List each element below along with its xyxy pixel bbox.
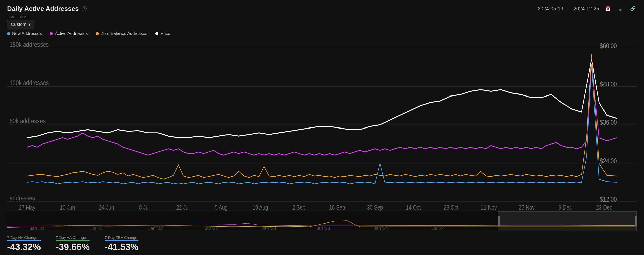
svg-text:27 May: 27 May	[19, 204, 35, 211]
svg-text:11 Nov: 11 Nov	[481, 204, 497, 211]
svg-text:2 Sep: 2 Sep	[292, 204, 305, 211]
link-icon[interactable]: 🔗	[629, 5, 637, 13]
main-chart-area: 180k addresses 120k addresses 60k addres…	[7, 39, 637, 211]
svg-text:$12.00: $12.00	[600, 195, 617, 203]
svg-text:9 Dec: 9 Dec	[558, 204, 572, 211]
main-chart-svg: 180k addresses 120k addresses 60k addres…	[7, 39, 637, 211]
stats-row: 7-Day NA Change -43.32% 7-Day AA Change …	[7, 235, 637, 252]
date-end: 2024-12-25	[574, 6, 599, 12]
header-right: 2024-05-19 — 2024-12-25 📅 ⭳ 🔗	[538, 5, 637, 13]
legend-label-price: Price	[160, 31, 170, 36]
svg-text:30 Sep: 30 Sep	[367, 204, 383, 211]
date-separator: —	[566, 6, 571, 12]
mini-handle-right[interactable]	[635, 216, 637, 226]
stat-zba-underline	[105, 240, 138, 241]
svg-text:Jan '24: Jan '24	[374, 226, 388, 231]
svg-text:Jul '24: Jul '24	[431, 226, 445, 231]
legend-new-addresses[interactable]: New Addresses	[7, 31, 42, 36]
date-start: 2024-05-19	[538, 6, 563, 12]
legend-zero-balance[interactable]: Zero Balance Addresses	[96, 31, 147, 36]
stat-na-underline	[7, 240, 41, 241]
info-icon[interactable]: ?	[82, 6, 87, 11]
legend-label-new: New Addresses	[12, 31, 42, 36]
date-range: 2024-05-19 — 2024-12-25	[538, 6, 599, 12]
mini-selection[interactable]	[498, 211, 637, 231]
svg-text:$24.00: $24.00	[600, 157, 617, 165]
svg-text:$60.00: $60.00	[600, 42, 617, 50]
svg-text:$36.00: $36.00	[600, 118, 617, 126]
mini-chart-svg: Jan '21 Jul '21 Jan '22 Jul '22 Jan '23 …	[7, 211, 637, 231]
stat-zba-value: -41.53%	[105, 242, 138, 252]
stat-zba-label: 7-Day ZBA Change	[105, 235, 138, 240]
svg-text:28 Oct: 28 Oct	[444, 204, 459, 211]
svg-text:25 Nov: 25 Nov	[519, 204, 535, 211]
timeframe-button[interactable]: Custom ▾	[7, 20, 34, 29]
stat-aa-value: -39.66%	[56, 242, 90, 252]
stat-na-value: -43.32%	[7, 242, 41, 252]
stat-aa-label: 7-Day AA Change	[56, 235, 90, 240]
legend-active-addresses[interactable]: Active Addresses	[50, 31, 88, 36]
svg-text:10 Jun: 10 Jun	[60, 204, 75, 211]
calendar-icon[interactable]: 📅	[604, 5, 612, 13]
stat-aa-change: 7-Day AA Change -39.66%	[56, 235, 90, 252]
svg-text:8 Jul: 8 Jul	[139, 204, 150, 211]
legend-price[interactable]: Price	[155, 31, 170, 36]
legend-label-active: Active Addresses	[55, 31, 88, 36]
timeframe-value: Custom	[11, 22, 26, 27]
svg-text:22 Jul: 22 Jul	[176, 204, 189, 211]
stat-zba-change: 7-Day ZBA Change -41.53%	[105, 235, 138, 252]
svg-text:16 Sep: 16 Sep	[329, 204, 345, 211]
legend: New Addresses Active Addresses Zero Bala…	[7, 31, 637, 36]
svg-text:Jul '21: Jul '21	[90, 226, 103, 231]
svg-text:addresses: addresses	[10, 194, 35, 202]
svg-text:23 Dec: 23 Dec	[596, 204, 612, 211]
chevron-down-icon: ▾	[28, 22, 31, 27]
svg-text:Jul '23: Jul '23	[317, 226, 330, 231]
timeframe-label: TIME FRAME	[7, 15, 637, 19]
mini-handle-left[interactable]	[498, 216, 500, 226]
svg-text:Jan '21: Jan '21	[30, 226, 45, 231]
svg-text:5 Aug: 5 Aug	[215, 204, 228, 211]
download-icon[interactable]: ⭳	[616, 5, 624, 13]
svg-text:180k addresses: 180k addresses	[10, 40, 49, 48]
legend-label-zero: Zero Balance Addresses	[101, 31, 147, 36]
svg-text:120k addresses: 120k addresses	[10, 79, 49, 87]
svg-text:24 Jun: 24 Jun	[99, 204, 114, 211]
stat-na-change: 7-Day NA Change -43.32%	[7, 235, 41, 252]
svg-text:Jul '22: Jul '22	[205, 226, 218, 231]
svg-text:60k addresses: 60k addresses	[10, 117, 46, 125]
svg-text:Jan '23: Jan '23	[262, 226, 276, 231]
mini-chart-area[interactable]: Jan '21 Jul '21 Jan '22 Jul '22 Jan '23 …	[7, 211, 637, 231]
svg-text:$48.00: $48.00	[600, 80, 617, 88]
svg-text:19 Aug: 19 Aug	[252, 204, 268, 211]
stat-na-label: 7-Day NA Change	[7, 235, 41, 240]
stat-aa-underline	[56, 240, 90, 241]
page-title: Daily Active Addresses	[7, 5, 79, 13]
svg-text:14 Oct: 14 Oct	[406, 204, 421, 211]
svg-text:Jan '22: Jan '22	[148, 226, 163, 231]
